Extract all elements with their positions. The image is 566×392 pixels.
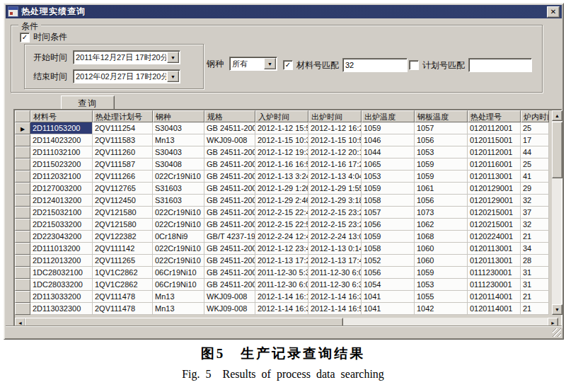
grid-cell[interactable]: 1056 <box>362 219 415 231</box>
end-time-combobox[interactable]: 2012年02月27日 17时20分 ▼ <box>73 69 180 83</box>
grid-cell[interactable]: GB 24511-2009 <box>204 207 255 219</box>
material-match-checkbox[interactable]: ✓ <box>283 60 293 70</box>
grid-cell[interactable]: 2012-2-24 13:05 <box>308 231 362 243</box>
grid-cell[interactable]: 2011-12-30 5:36 <box>255 267 308 279</box>
grid-cell[interactable]: 2D111053200 <box>30 122 93 134</box>
row-header-cell[interactable] <box>15 267 30 279</box>
grid-cell[interactable]: 2D127003200 <box>30 183 93 195</box>
grid-cell[interactable]: 1061 <box>415 183 468 195</box>
plan-match-checkbox[interactable] <box>409 60 419 70</box>
grid-cell[interactable]: 1068 <box>415 231 468 243</box>
grid-cell[interactable]: 37 <box>521 207 549 219</box>
column-header[interactable]: 出炉温度 <box>362 110 415 122</box>
chevron-down-icon[interactable]: ▼ <box>167 71 179 82</box>
grid-cell[interactable]: 022Cr19Ni10 <box>153 171 204 183</box>
grid-cell[interactable]: 28 <box>521 255 549 267</box>
grid-cell[interactable]: 2QV112450 <box>93 195 153 207</box>
grid-cell[interactable]: 1059 <box>415 158 468 171</box>
grid-cell[interactable]: 2D112013200 <box>30 255 93 267</box>
grid-cell[interactable]: 1053 <box>415 279 468 291</box>
grid-cell[interactable]: 1058 <box>362 195 415 207</box>
vertical-scroll-thumb[interactable] <box>552 122 562 178</box>
grid-cell[interactable]: 1065 <box>362 158 415 171</box>
grid-cell[interactable]: 1056 <box>415 195 468 207</box>
grid-cell[interactable]: GB/T 4237-1992 <box>204 231 255 243</box>
column-header[interactable]: 出炉时间 <box>308 110 362 122</box>
close-button[interactable]: ✕ <box>547 6 560 18</box>
grid-cell[interactable]: 31 <box>521 279 549 291</box>
column-header[interactable]: 热处理号 <box>468 110 521 122</box>
table-row[interactable]: 2D1140232002QV111583Mn13WKJ09-0082012-1-… <box>15 134 549 146</box>
grid-cell[interactable]: 2QV111260 <box>93 146 153 158</box>
row-header-cell[interactable] <box>15 146 30 158</box>
grid-cell[interactable]: GB 24511-2009 <box>204 267 255 279</box>
time-condition-checkbox[interactable]: ✓ <box>20 33 30 42</box>
grid-cell[interactable]: 2012-1-12 16:20 <box>308 122 362 134</box>
scroll-up-icon[interactable]: ▲ <box>552 110 562 121</box>
row-header-cell[interactable] <box>15 134 30 146</box>
grid-cell[interactable]: 1056 <box>415 134 468 146</box>
grid-cell[interactable]: 2012-2-15 22:43 <box>255 207 308 219</box>
time-condition-checkrow[interactable]: ✓ 时间条件 <box>20 31 67 43</box>
grid-cell[interactable]: 2D124013200 <box>30 195 93 207</box>
grid-cell[interactable]: 1059 <box>362 183 415 195</box>
grid-cell[interactable]: 0120112001 <box>468 122 521 134</box>
grid-cell[interactable]: GB 24511-2009 <box>204 158 255 171</box>
column-header[interactable]: 材料号 <box>30 110 93 122</box>
grid-cell[interactable]: 2D115023200 <box>30 158 93 171</box>
table-row[interactable]: 2D1110132002QV111142022Cr19Ni10GB 24511-… <box>15 243 549 255</box>
grid-cell[interactable]: 2012-1-14 16:35 <box>255 303 308 315</box>
grid-cell[interactable]: 2012-1-12 19:30 <box>255 146 308 158</box>
row-header-cell[interactable] <box>15 171 30 183</box>
grid-cell[interactable]: 29 <box>521 183 549 195</box>
grid-cell[interactable]: 022Cr19Ni10 <box>153 243 204 255</box>
grid-cell[interactable]: 2012-1-12 20:14 <box>308 146 362 158</box>
grid-cell[interactable]: 2012-1-13 0:14 <box>308 243 362 255</box>
grid-cell[interactable]: 1QV1C2862 <box>93 267 153 279</box>
grid-cell[interactable]: 022Cr19Ni10 <box>153 255 204 267</box>
row-header-cell[interactable] <box>15 243 30 255</box>
grid-cell[interactable]: 2D215032100 <box>30 207 93 219</box>
grid-cell[interactable]: 0120129001 <box>468 195 521 207</box>
grid-cell[interactable]: 32 <box>521 219 549 231</box>
grid-cell[interactable]: 1056 <box>362 267 415 279</box>
grid-cell[interactable]: 0120114001 <box>468 291 521 303</box>
grid-cell[interactable]: 2D113032300 <box>30 303 93 315</box>
grid-cell[interactable]: 0120113001 <box>468 255 521 267</box>
grid-cell[interactable]: 21 <box>521 303 549 315</box>
row-header-cell[interactable]: ▶ <box>15 122 30 134</box>
grid-cell[interactable]: GB 24511-2009 <box>204 146 255 158</box>
grid-cell[interactable]: 1041 <box>362 291 415 303</box>
grid-cell[interactable]: 44 <box>521 146 549 158</box>
grid-cell[interactable]: 2QV111478 <box>93 291 153 303</box>
grid-cell[interactable]: Mn13 <box>153 303 204 315</box>
grid-cell[interactable]: 06Cr19Ni10 <box>153 279 204 291</box>
grid-cell[interactable]: 1060 <box>415 243 468 255</box>
table-row[interactable]: 2D1240132002QV112450S31603GB 24511-20092… <box>15 195 549 207</box>
grid-cell[interactable]: 2D113033200 <box>30 291 93 303</box>
grid-cell[interactable]: 2QV111583 <box>93 134 153 146</box>
grid-cell[interactable]: 32 <box>521 195 549 207</box>
grid-cell[interactable]: 34 <box>521 243 549 255</box>
grid-cell[interactable]: 0111230001 <box>468 279 521 291</box>
table-row[interactable]: 1DC280321001QV1C286206Cr19Ni10GB 24511-2… <box>15 267 549 279</box>
table-row[interactable]: 2D2230432002QV1223820Cr18Ni9GB/T 4237-19… <box>15 231 549 243</box>
column-header[interactable]: 钢板温度 <box>415 110 468 122</box>
grid-cell[interactable]: WKJ09-008 <box>204 291 255 303</box>
grid-cell[interactable]: 1062 <box>415 219 468 231</box>
row-header-cell[interactable] <box>15 279 30 291</box>
grid-cell[interactable]: 25 <box>521 158 549 171</box>
table-row[interactable]: 2D1130323002QV111478Mn13WKJ09-0082012-1-… <box>15 303 549 315</box>
grid-cell[interactable]: 1060 <box>415 255 468 267</box>
grid-cell[interactable]: 2012-1-29 2:46 <box>255 195 308 207</box>
grid-cell[interactable]: WKJ09-008 <box>204 134 255 146</box>
grid-cell[interactable]: 1DC28032100 <box>30 267 93 279</box>
grid-cell[interactable]: 2D111013200 <box>30 243 93 255</box>
grid-cell[interactable]: 0Cr18Ni9 <box>153 231 204 243</box>
grid-cell[interactable]: 2012-1-14 16:17 <box>255 291 308 303</box>
grid-cell[interactable]: 2QV111142 <box>93 243 153 255</box>
grid-cell[interactable]: GB 24511-2009 <box>204 171 255 183</box>
grid-cell[interactable]: S31603 <box>153 195 204 207</box>
grid-cell[interactable]: 2012-1-16 16:55 <box>255 158 308 171</box>
grid-cell[interactable]: 2012-1-13 17:20 <box>255 255 308 267</box>
